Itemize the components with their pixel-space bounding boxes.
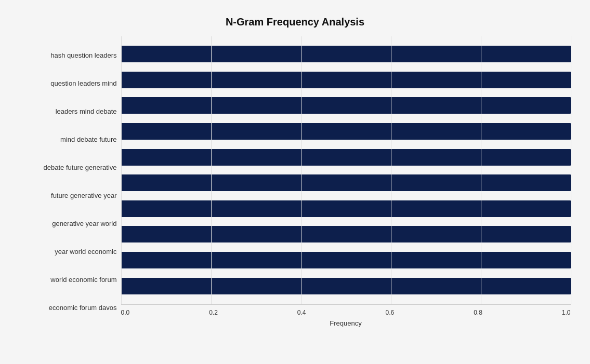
bar-row xyxy=(121,120,571,143)
bar xyxy=(121,149,571,166)
bar-row xyxy=(121,275,571,298)
bar-row xyxy=(121,146,571,169)
x-axis: 0.00.20.40.60.81.0 Frequency xyxy=(121,307,571,327)
x-tick: 0.8 xyxy=(474,309,482,316)
y-axis-label: year world economic xyxy=(20,248,117,256)
bars-and-xaxis: 0.00.20.40.60.81.0 Frequency xyxy=(121,36,571,327)
x-axis-label: Frequency xyxy=(121,319,571,327)
bar xyxy=(121,72,571,88)
y-axis-labels: hash question leadersquestion leaders mi… xyxy=(20,36,121,327)
bar-row xyxy=(121,69,571,91)
bars-area xyxy=(121,36,571,305)
bar xyxy=(121,252,571,268)
bar-row xyxy=(121,249,571,272)
y-axis-label: debate future generative xyxy=(20,164,117,172)
y-axis-label: hash question leaders xyxy=(20,51,117,60)
bar-row xyxy=(121,94,571,117)
bar xyxy=(121,46,571,62)
bar-row xyxy=(121,171,571,194)
x-tick: 0.4 xyxy=(297,309,306,316)
y-axis-label: future generative year xyxy=(20,192,117,200)
x-tick: 1.0 xyxy=(562,309,571,316)
x-tick: 0.6 xyxy=(385,309,394,316)
bar-row xyxy=(121,197,571,220)
bar xyxy=(121,200,571,217)
bar xyxy=(121,123,571,140)
y-axis-label: generative year world xyxy=(20,220,117,228)
bar xyxy=(121,278,571,294)
x-ticks: 0.00.20.40.60.81.0 xyxy=(121,307,571,316)
x-tick: 0.0 xyxy=(121,309,130,316)
bar xyxy=(121,226,571,242)
chart-container: N-Gram Frequency Analysis hash question … xyxy=(9,6,581,359)
bar xyxy=(121,97,571,114)
y-axis-label: question leaders mind xyxy=(20,79,117,88)
grid-line xyxy=(571,36,571,304)
y-axis-label: mind debate future xyxy=(20,136,117,144)
y-axis-label: leaders mind debate xyxy=(20,107,117,116)
y-axis-label: world economic forum xyxy=(20,276,117,284)
x-tick: 0.2 xyxy=(209,309,218,316)
chart-area: hash question leadersquestion leaders mi… xyxy=(20,36,571,327)
bar-row xyxy=(121,43,571,65)
y-axis-label: economic forum davos xyxy=(20,304,117,312)
bar-row xyxy=(121,223,571,246)
bar xyxy=(121,174,571,191)
chart-title: N-Gram Frequency Analysis xyxy=(20,16,571,28)
